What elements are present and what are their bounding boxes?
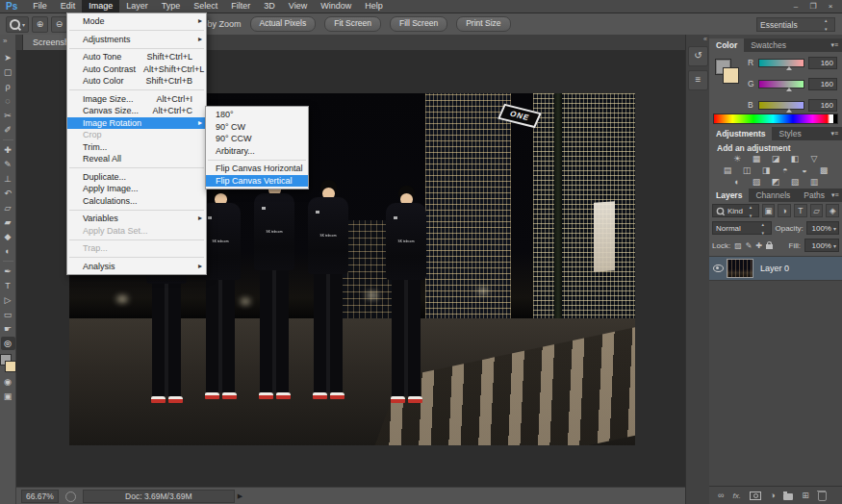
menu-file[interactable]: File xyxy=(26,0,54,13)
blue-channel-value[interactable]: 160 xyxy=(808,99,837,112)
tab-paths[interactable]: Paths xyxy=(797,189,831,202)
opacity-value-dropdown[interactable]: 100% xyxy=(806,221,839,235)
panel-menu-icon[interactable]: ▾≡ xyxy=(831,189,842,202)
menu-item-calculations[interactable]: Calculations... xyxy=(67,195,206,208)
menu-window[interactable]: Window xyxy=(314,0,358,13)
menu-type[interactable]: Type xyxy=(155,0,188,13)
close-button[interactable]: × xyxy=(822,1,839,13)
eyedropper-tool[interactable]: ✐ xyxy=(1,123,15,137)
curves-icon[interactable]: ◪ xyxy=(770,154,782,164)
slider-thumb[interactable] xyxy=(786,66,792,70)
blue-channel-slider[interactable] xyxy=(758,101,804,110)
quick-mask-toggle[interactable]: ◉ xyxy=(1,375,15,389)
filter-smart-objects-icon[interactable]: ◈ xyxy=(826,204,839,217)
tab-color[interactable]: Color xyxy=(709,38,744,52)
selective-color-icon[interactable]: ▥ xyxy=(808,177,821,188)
hue-saturation-icon[interactable]: ▤ xyxy=(722,165,734,176)
threshold-icon[interactable]: ◩ xyxy=(770,177,782,188)
menu-item-trim[interactable]: Trim... xyxy=(67,141,206,154)
lock-transparency-icon[interactable]: ▨ xyxy=(734,241,742,250)
black-white-icon[interactable]: ◨ xyxy=(760,165,773,176)
restore-button[interactable]: ❐ xyxy=(804,1,822,13)
menu-item-mode[interactable]: Mode xyxy=(67,15,206,28)
invert-icon[interactable]: ◐ xyxy=(731,177,744,188)
menu-item-image-rotation[interactable]: Image Rotation xyxy=(67,117,206,130)
add-layer-mask-icon[interactable] xyxy=(750,491,761,500)
menu-item-auto-color[interactable]: Auto ColorShift+Ctrl+B xyxy=(67,75,206,88)
tab-styles[interactable]: Styles xyxy=(772,127,807,140)
minimize-button[interactable]: – xyxy=(787,1,804,13)
tab-adjustments[interactable]: Adjustments xyxy=(709,127,772,140)
layer-visibility-toggle[interactable] xyxy=(709,265,727,272)
photo-filter-icon[interactable]: ◓ xyxy=(779,165,792,176)
tab-layers[interactable]: Layers xyxy=(709,189,749,202)
zoom-out-button[interactable]: ⊖ xyxy=(51,16,67,33)
brightness-contrast-icon[interactable]: ☀ xyxy=(731,154,744,164)
menu-item-canvas-size[interactable]: Canvas Size...Alt+Ctrl+C xyxy=(67,105,206,117)
collapse-dock-icon[interactable]: « xyxy=(686,35,710,42)
color-lookup-icon[interactable]: ▩ xyxy=(818,165,830,176)
dodge-tool[interactable]: ◐ xyxy=(1,244,15,258)
slider-thumb[interactable] xyxy=(786,109,792,113)
screen-mode-button[interactable]: ▣ xyxy=(1,390,15,403)
panel-menu-icon[interactable]: ▾≡ xyxy=(830,127,842,140)
history-panel-button[interactable]: ↺ xyxy=(688,46,708,66)
color-spectrum-ramp[interactable] xyxy=(713,113,838,124)
eraser-tool[interactable]: ▱ xyxy=(1,201,15,214)
filter-pixel-layers-icon[interactable]: ▣ xyxy=(762,204,776,217)
menu-item-analysis[interactable]: Analysis xyxy=(67,261,206,273)
red-channel-value[interactable]: 160 xyxy=(808,57,837,69)
quick-selection-tool[interactable]: ◌ xyxy=(1,94,15,108)
background-color-swatch[interactable] xyxy=(5,361,16,372)
slider-thumb[interactable] xyxy=(786,88,792,91)
blend-mode-dropdown[interactable]: Normal xyxy=(712,221,772,235)
filter-shape-layers-icon[interactable]: ▱ xyxy=(810,204,824,217)
new-group-icon[interactable] xyxy=(783,493,793,500)
layer-row[interactable]: Layer 0 xyxy=(709,257,842,281)
green-channel-slider[interactable] xyxy=(758,80,804,88)
zoom-level-field[interactable]: 66.67% xyxy=(21,490,59,503)
gradient-tool[interactable]: ▰ xyxy=(1,215,15,229)
brush-tool[interactable]: ✎ xyxy=(1,158,15,171)
menu-help[interactable]: Help xyxy=(358,0,390,13)
zoom-tool[interactable]: ◎ xyxy=(1,337,15,350)
vibrance-icon[interactable]: ▽ xyxy=(808,154,821,164)
move-tool[interactable]: ➤ xyxy=(1,51,15,64)
lock-all-icon[interactable] xyxy=(766,244,773,249)
delete-layer-icon[interactable] xyxy=(818,491,827,501)
filter-type-layers-icon[interactable]: T xyxy=(794,204,807,217)
fill-value-dropdown[interactable]: 100% xyxy=(804,239,839,252)
submenu-item-90cw[interactable]: 90° CW xyxy=(206,121,308,134)
menu-filter[interactable]: Filter xyxy=(224,0,257,13)
zoom-tool-preset[interactable] xyxy=(6,16,29,33)
status-options-arrow[interactable]: ▶ xyxy=(238,492,242,500)
fit-screen-button[interactable]: Fit Screen xyxy=(324,16,381,32)
overflow-chevrons-icon[interactable]: » xyxy=(3,37,7,45)
menu-select[interactable]: Select xyxy=(187,0,224,13)
lock-paint-icon[interactable]: ✎ xyxy=(746,241,753,250)
crop-tool[interactable]: ✂ xyxy=(1,109,15,122)
actual-pixels-button[interactable]: Actual Pixels xyxy=(250,16,317,32)
zoom-in-button[interactable]: ⊕ xyxy=(32,16,48,33)
menu-layer[interactable]: Layer xyxy=(119,0,155,13)
submenu-item-180[interactable]: 180° xyxy=(206,109,308,121)
menu-edit[interactable]: Edit xyxy=(54,0,83,13)
workspace-selector[interactable]: Essentials xyxy=(756,17,835,32)
submenu-item-arbitrary[interactable]: Arbitrary... xyxy=(206,145,308,158)
filter-adjustment-layers-icon[interactable]: ◑ xyxy=(778,204,791,217)
gradient-map-icon[interactable]: ▧ xyxy=(789,177,802,188)
pen-tool[interactable]: ✒ xyxy=(1,265,15,278)
color-balance-icon[interactable]: ◫ xyxy=(741,165,753,176)
type-tool[interactable]: T xyxy=(1,279,15,292)
shape-tool[interactable]: ▭ xyxy=(1,308,15,321)
healing-brush-tool[interactable]: ✚ xyxy=(1,143,15,157)
tab-swatches[interactable]: Swatches xyxy=(744,38,793,52)
menu-item-duplicate[interactable]: Duplicate... xyxy=(67,171,206,184)
menu-item-image-size[interactable]: Image Size...Alt+Ctrl+I xyxy=(67,93,206,106)
fill-screen-button[interactable]: Fill Screen xyxy=(390,16,447,32)
menu-item-adjustments[interactable]: Adjustments xyxy=(67,34,206,46)
tab-channels[interactable]: Channels xyxy=(749,189,797,202)
new-adjustment-layer-icon[interactable]: ◑ xyxy=(770,491,775,500)
blur-tool[interactable]: ◆ xyxy=(1,230,15,243)
green-channel-value[interactable]: 160 xyxy=(808,78,837,90)
